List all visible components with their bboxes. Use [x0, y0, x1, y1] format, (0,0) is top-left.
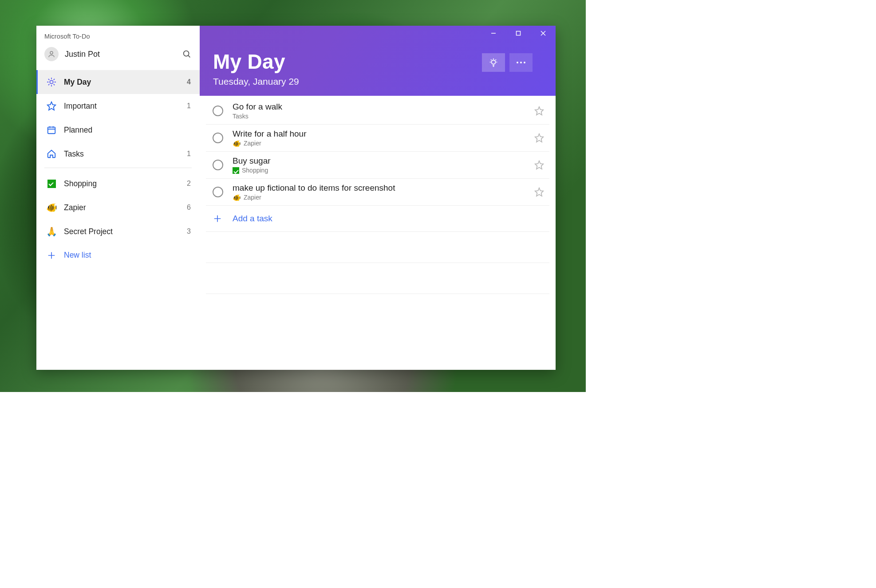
- sun-icon: [46, 77, 57, 87]
- circle-icon: [212, 105, 224, 117]
- svg-marker-40: [535, 134, 543, 142]
- avatar: [44, 47, 59, 61]
- circle-icon: [212, 186, 224, 198]
- sidebar-item-myday[interactable]: My Day 4: [36, 70, 200, 94]
- svg-marker-12: [47, 102, 55, 110]
- star-outline-icon: [534, 160, 544, 170]
- task-title: Write for a half hour: [233, 129, 531, 139]
- sidebar-item-label: Planned: [64, 125, 184, 135]
- new-list-button[interactable]: New list: [36, 243, 200, 260]
- task-row[interactable]: make up fictional to do items for screen…: [206, 179, 549, 206]
- svg-point-37: [213, 106, 223, 116]
- svg-marker-44: [535, 188, 543, 196]
- user-row[interactable]: Justin Pot: [36, 43, 200, 69]
- svg-line-11: [54, 79, 54, 79]
- task-row[interactable]: Buy sugar Shopping: [206, 152, 549, 179]
- sidebar-item-secret[interactable]: 🙏 Secret Project 3: [36, 220, 200, 243]
- search-icon: [182, 49, 192, 59]
- minimize-icon: [491, 31, 496, 36]
- window-controls: [481, 26, 556, 41]
- add-task-label: Add a task: [233, 214, 272, 223]
- task-checkbox[interactable]: [212, 105, 224, 117]
- checkbox-emoji-icon: [46, 178, 57, 189]
- person-icon: [47, 50, 55, 58]
- sidebar-item-count: 1: [184, 102, 191, 110]
- desktop-wallpaper: Microsoft To-Do Justin Pot: [0, 0, 586, 392]
- svg-point-34: [517, 62, 518, 63]
- lightbulb-icon: [489, 58, 498, 67]
- close-button[interactable]: [531, 26, 556, 41]
- more-icon: [516, 61, 526, 64]
- svg-point-35: [520, 62, 522, 63]
- svg-point-0: [50, 51, 53, 54]
- task-star-button[interactable]: [534, 133, 544, 143]
- task-meta: 🐠 Zapier: [233, 194, 531, 201]
- task-title: Buy sugar: [233, 156, 531, 166]
- sidebar-item-label: Important: [64, 102, 184, 111]
- sidebar-item-label: Zapier: [64, 203, 184, 212]
- user-lists: Shopping 2 🐠 Zapier 6 🙏 Secret Project 3: [36, 171, 200, 243]
- sidebar-item-label: My Day: [64, 78, 184, 87]
- svg-line-31: [496, 59, 496, 60]
- home-icon: [46, 149, 57, 159]
- app-title: Microsoft To-Do: [36, 26, 200, 43]
- star-outline-icon: [534, 133, 544, 143]
- main-pane: My Day: [200, 26, 556, 370]
- sidebar-item-shopping[interactable]: Shopping 2: [36, 172, 200, 196]
- svg-line-2: [188, 55, 190, 57]
- svg-line-10: [48, 84, 49, 85]
- pray-emoji-icon: 🙏: [46, 226, 57, 237]
- green-check-icon: [233, 167, 239, 174]
- sidebar-item-label: Secret Project: [64, 227, 184, 236]
- task-row[interactable]: Go for a walk Tasks: [206, 98, 549, 125]
- svg-line-9: [54, 84, 54, 85]
- star-icon: [46, 101, 57, 111]
- add-task-input[interactable]: Add a task: [206, 206, 549, 232]
- sidebar-item-label: Tasks: [64, 149, 184, 159]
- svg-point-1: [184, 51, 189, 56]
- task-star-button[interactable]: [534, 160, 544, 170]
- task-list-name: Zapier: [244, 140, 261, 147]
- suggestions-button[interactable]: [482, 53, 505, 72]
- sidebar-item-count: 4: [184, 78, 191, 86]
- sidebar-item-count: 1: [184, 150, 191, 158]
- svg-marker-38: [535, 107, 543, 115]
- task-list: Go for a walk Tasks Write for: [200, 96, 556, 370]
- svg-point-41: [213, 160, 223, 170]
- sidebar-item-label: Shopping: [64, 179, 184, 188]
- task-checkbox[interactable]: [212, 186, 224, 198]
- svg-rect-13: [48, 127, 55, 134]
- sidebar-item-zapier[interactable]: 🐠 Zapier 6: [36, 196, 200, 220]
- task-star-button[interactable]: [534, 187, 544, 197]
- more-button[interactable]: [509, 53, 533, 72]
- circle-icon: [212, 132, 224, 144]
- task-title: make up fictional to do items for screen…: [233, 183, 531, 193]
- star-outline-icon: [534, 106, 544, 116]
- maximize-button[interactable]: [506, 26, 531, 41]
- sidebar-item-count: 3: [184, 227, 191, 235]
- task-star-button[interactable]: [534, 106, 544, 116]
- task-meta: Tasks: [233, 113, 531, 120]
- sidebar: Microsoft To-Do Justin Pot: [36, 26, 200, 370]
- user-name: Justin Pot: [65, 50, 100, 59]
- maximize-icon: [516, 31, 521, 36]
- task-list-name: Shopping: [242, 167, 268, 174]
- task-checkbox[interactable]: [212, 132, 224, 144]
- svg-point-39: [213, 133, 223, 143]
- close-icon: [541, 31, 546, 36]
- svg-line-30: [491, 59, 491, 60]
- svg-marker-42: [535, 161, 543, 169]
- svg-point-3: [50, 80, 53, 83]
- task-row[interactable]: Write for a half hour 🐠 Zapier: [206, 125, 549, 152]
- sidebar-item-planned[interactable]: Planned: [36, 118, 200, 142]
- empty-row: [206, 232, 549, 263]
- minimize-button[interactable]: [481, 26, 506, 41]
- search-button[interactable]: [182, 49, 192, 59]
- task-list-name: Tasks: [233, 113, 249, 120]
- task-checkbox[interactable]: [212, 159, 224, 171]
- sidebar-item-important[interactable]: Important 1: [36, 94, 200, 118]
- page-title: My Day: [213, 50, 285, 74]
- sidebar-divider: [44, 168, 192, 168]
- sidebar-item-tasks[interactable]: Tasks 1: [36, 142, 200, 166]
- star-outline-icon: [534, 187, 544, 197]
